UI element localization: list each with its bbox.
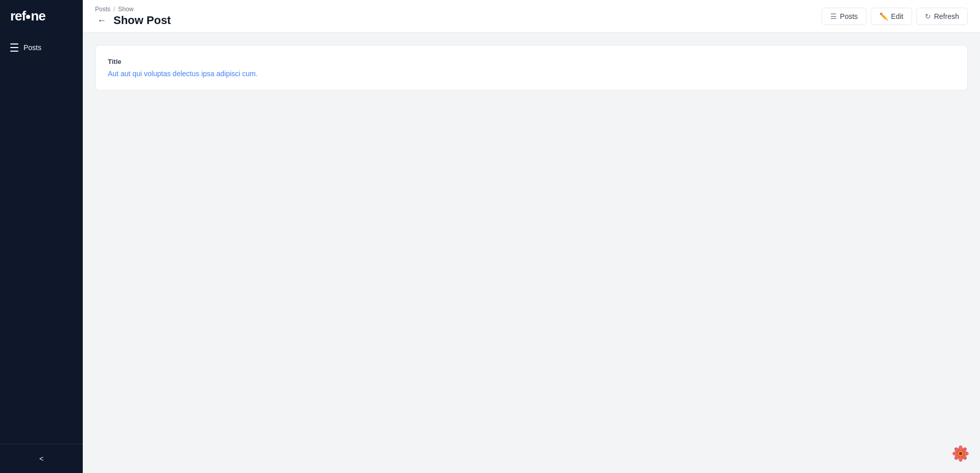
edit-icon: ✏️ [879,12,888,20]
sidebar: refne Posts < [0,0,83,473]
show-card: Title Aut aut qui voluptas delectus ipsa… [95,45,968,91]
posts-button[interactable]: ☰ Posts [822,8,867,25]
main-content: Posts / Show ← Show Post ☰ Posts ✏️ Edit… [83,0,980,473]
refresh-button[interactable]: ↻ Refresh [916,8,968,25]
breadcrumb-separator: / [113,6,115,13]
svg-point-10 [959,452,962,455]
breadcrumb: Posts / Show [95,6,171,13]
sidebar-footer: < [0,444,83,473]
breadcrumb-show: Show [118,6,133,13]
page-title-row: ← Show Post [95,14,171,27]
content-area: Title Aut aut qui voluptas delectus ipsa… [83,33,980,473]
corner-widget[interactable] [951,444,970,463]
sidebar-nav: Posts [0,32,83,444]
page-title: Show Post [113,14,171,27]
field-title-label: Title [108,58,955,65]
sidebar-item-label: Posts [24,43,41,52]
field-title-value: Aut aut qui voluptas delectus ipsa adipi… [108,70,955,78]
back-button[interactable]: ← [95,15,108,26]
toolbar-left: Posts / Show ← Show Post [95,6,171,27]
sidebar-item-posts[interactable]: Posts [0,38,83,57]
edit-button-label: Edit [891,12,903,20]
list-icon [10,43,18,52]
toolbar: Posts / Show ← Show Post ☰ Posts ✏️ Edit… [83,0,980,33]
posts-button-label: Posts [840,12,858,20]
logo: refne [0,0,83,32]
refresh-icon: ↻ [925,12,931,20]
sidebar-collapse-button[interactable]: < [35,453,48,465]
edit-button[interactable]: ✏️ Edit [871,8,912,25]
refresh-button-label: Refresh [934,12,959,20]
posts-list-icon: ☰ [830,12,837,20]
breadcrumb-posts[interactable]: Posts [95,6,110,13]
toolbar-right: ☰ Posts ✏️ Edit ↻ Refresh [822,8,968,25]
